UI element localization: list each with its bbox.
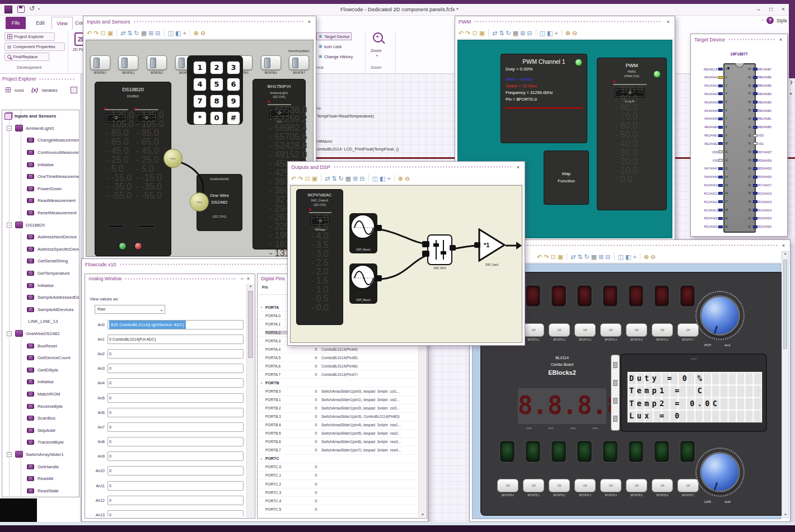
redo-icon[interactable]: ↷ xyxy=(298,175,303,182)
toggle-switch[interactable] xyxy=(147,55,167,70)
pin-row-PORTC.4[interactable]: PORTC.40 xyxy=(258,497,418,505)
chip-pin-16[interactable] xyxy=(718,192,723,195)
tree-item-AddressNextDevice[interactable]: AddressNextDevice xyxy=(2,231,79,243)
keypad-key-#[interactable]: # xyxy=(227,111,240,125)
tree-item-BusReset[interactable]: BusReset xyxy=(2,340,79,352)
redo-icon[interactable]: ↷ xyxy=(544,253,549,261)
chip-pin-20[interactable] xyxy=(718,225,723,228)
align-grid-icon[interactable]: ▦ xyxy=(141,29,147,37)
copy-icon[interactable]: ⊡ xyxy=(472,29,477,37)
chip-pin-7[interactable] xyxy=(718,117,723,120)
analog-value-field[interactable]: 0 xyxy=(107,422,244,432)
keypad-key-8[interactable]: 8 xyxy=(210,95,223,108)
slider-track[interactable]: - 100.0- 90.0- 80.0- 70.0- 60.0- 50.0- 4… xyxy=(613,84,647,85)
chip-pin-26[interactable] xyxy=(753,184,757,187)
keypad-key-0[interactable]: 0 xyxy=(210,111,223,125)
chip-pin-31[interactable] xyxy=(753,142,757,145)
board-button[interactable]: Off xyxy=(497,479,518,492)
panel-view-icon[interactable] xyxy=(71,87,77,93)
board-button[interactable]: Off xyxy=(600,323,621,337)
tree-item-AmbientLight1[interactable]: −AmbientLight1 xyxy=(2,123,79,135)
tree-item-GetIDByte[interactable]: GetIDByte xyxy=(2,364,79,376)
close-button[interactable]: × xyxy=(778,5,788,14)
zoom-in-icon[interactable]: ⊕ xyxy=(398,175,403,182)
toggle-switch[interactable] xyxy=(261,55,281,70)
close-icon[interactable]: × xyxy=(665,19,671,25)
style-menu[interactable]: Style xyxy=(777,18,787,23)
scrollbar[interactable]: ▲ xyxy=(246,284,254,517)
chip-pin-1[interactable] xyxy=(718,68,723,70)
zoom-in-icon[interactable]: ⊕ xyxy=(194,29,199,37)
analog-value-field[interactable]: 0 ComboBL0114(Pot ADC) xyxy=(107,335,244,344)
board-button[interactable]: Off xyxy=(549,479,570,492)
toggle-switch[interactable] xyxy=(118,55,138,70)
flip-horizontal-icon[interactable]: ⇄ xyxy=(325,175,330,182)
chip-pin-18[interactable] xyxy=(718,209,723,211)
chip-pin-8[interactable] xyxy=(718,126,723,129)
board-button[interactable]: Off xyxy=(600,479,621,492)
chip-pin-13[interactable] xyxy=(718,167,723,170)
chip-pin-22[interactable] xyxy=(753,217,757,220)
flip-horizontal-icon[interactable]: ⇄ xyxy=(120,29,125,37)
help-icon[interactable]: ? xyxy=(766,17,774,24)
minimize-icon[interactable]: – xyxy=(239,276,245,281)
copy-icon[interactable]: ⊡ xyxy=(305,175,310,182)
snap-icon[interactable]: + xyxy=(387,175,390,182)
pin-row-PORTA.7[interactable]: PORTA.70ComboBL0114(PinA7) xyxy=(258,370,418,379)
tree-item-SwitchArraySlider1[interactable]: −SwitchArraySlider1 xyxy=(2,449,79,461)
tree-item-SampleAddressedDevice[interactable]: SampleAddressedDevice xyxy=(2,291,79,304)
pin-row-PORTB[interactable]: ▸PORTB xyxy=(258,379,418,387)
chip-pin-11[interactable] xyxy=(718,150,723,153)
chip-pin-39[interactable] xyxy=(753,76,757,79)
pin-row-PORTB.5[interactable]: PORTB.50SwitchArraySlider1(pin5), keypad… xyxy=(258,430,418,438)
align-grid-icon[interactable]: ▦ xyxy=(345,175,351,182)
ungroup-icon[interactable]: ◧ xyxy=(625,253,631,261)
tree-item-Initialise[interactable]: Initialise xyxy=(2,158,79,171)
paste-icon[interactable]: ▣ xyxy=(558,253,563,261)
flip-horizontal-icon[interactable]: ⇄ xyxy=(570,253,576,261)
close-icon[interactable]: × xyxy=(780,243,787,248)
minimize-button[interactable]: – xyxy=(754,5,764,14)
keypad-key-9[interactable]: 9 xyxy=(227,95,240,108)
tree-item-GetSerialString[interactable]: GetSerialString xyxy=(2,255,79,267)
toggle-switch[interactable] xyxy=(90,55,110,70)
analog-value-field[interactable]: 0 xyxy=(107,349,244,359)
tree-item-Initialise[interactable]: Initialise xyxy=(2,279,79,291)
close-icon[interactable]: × xyxy=(778,37,784,43)
chip-pin-35[interactable] xyxy=(753,109,757,112)
chip-pin-40[interactable] xyxy=(753,68,757,70)
redo-icon[interactable]: ↷ xyxy=(93,29,99,37)
chip-pin-6[interactable] xyxy=(718,109,723,112)
dsp-mixer-component[interactable] xyxy=(427,234,452,265)
send-backward-icon[interactable]: ⊟ xyxy=(527,29,532,37)
chip-pin-36[interactable] xyxy=(753,101,757,103)
chip-pin-38[interactable] xyxy=(753,84,757,87)
onewire-node[interactable]: 1Wire xyxy=(163,149,183,168)
keypad-key-3[interactable]: 3 xyxy=(227,61,240,74)
variables-icon[interactable]: {x} xyxy=(31,87,38,93)
zoom-in-icon[interactable]: ⊕ xyxy=(565,29,570,37)
tree-item-ChangeMeasurementMode[interactable]: ChangeMeasurementMode xyxy=(2,134,79,147)
pin-row-PORTB.1[interactable]: PORTB.10SwitchArraySlider1(pin1), keypad… xyxy=(258,396,418,404)
scrollbar-thumb[interactable] xyxy=(783,260,787,349)
analog-value-field[interactable]: 0 xyxy=(107,393,244,403)
tree-item-ReceiveByte[interactable]: ReceiveByte xyxy=(2,400,79,412)
chip-pin-29[interactable] xyxy=(753,159,757,162)
chip-pin-9[interactable] xyxy=(718,134,723,137)
pin-row-PORTB.0[interactable]: PORTB.00SwitchArraySlider1(pin0), keypad… xyxy=(258,387,418,396)
paste-icon[interactable]: ▣ xyxy=(312,175,317,182)
tree-item-SampleAllDevices[interactable]: SampleAllDevices xyxy=(2,304,79,316)
zoom-caret-icon[interactable]: ▾ xyxy=(376,54,378,57)
keypad-key-5[interactable]: 5 xyxy=(210,78,223,91)
snap-icon[interactable]: + xyxy=(554,29,558,37)
project-explorer-button[interactable]: Project Explorer xyxy=(4,32,55,41)
pin-row-PORTC.1[interactable]: PORTC.10 xyxy=(258,472,418,480)
align-grid-icon[interactable]: ▦ xyxy=(513,29,518,37)
maximize-button[interactable]: □ xyxy=(766,5,776,14)
ldr-knob[interactable] xyxy=(700,452,740,492)
expander-icon[interactable]: − xyxy=(7,331,12,336)
board-button[interactable]: Off xyxy=(626,479,647,492)
scroll-up-icon[interactable]: ▲ xyxy=(789,91,793,95)
pin-row-PORTA.5[interactable]: PORTA.50ComboBL0114(PinA5) xyxy=(258,354,418,362)
pin-row-PORTC.5[interactable]: PORTC.50 xyxy=(258,505,418,514)
